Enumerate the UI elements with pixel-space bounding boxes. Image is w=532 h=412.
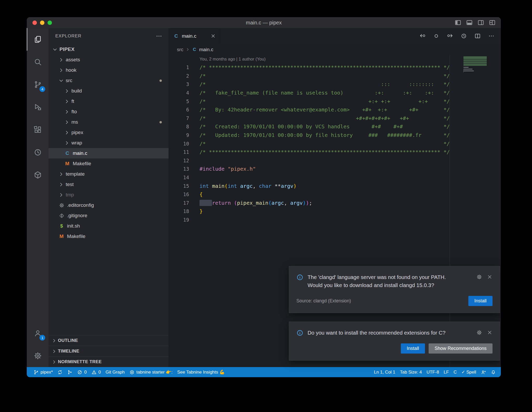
code-line[interactable]: 6/* By: 42header-remover <whatever@examp… [169,105,501,114]
tree-item-label: src [66,78,72,83]
tree-item-fto[interactable]: fto [49,107,169,117]
status-item-feedback[interactable] [478,367,488,377]
toggle-secondary-sidebar-icon[interactable] [477,19,484,26]
code-line[interactable]: 9/* Updated: 1970/01/01 00:00:00 by file… [169,131,501,139]
breadcrumb-folder[interactable]: src [177,47,183,52]
tree-item-src[interactable]: src [49,75,169,86]
zoom-window-button[interactable] [48,21,52,25]
code-line[interactable]: 3/* ::: :::::::: */ [169,80,501,89]
close-window-button[interactable] [32,21,37,25]
tree-item-build[interactable]: build [49,86,169,96]
minimize-window-button[interactable] [40,21,44,25]
notification-close-icon[interactable] [487,330,493,335]
activity-bar-search[interactable] [27,51,49,73]
tree-item-tmp[interactable]: tmp [49,190,169,200]
minimap[interactable] [463,56,497,73]
code-line[interactable]: 10/* */ [169,139,501,148]
next-change-icon[interactable] [447,33,453,39]
show-recommendations-button[interactable]: Show Recommendations [429,343,493,354]
activity-bar-source-control[interactable]: 4 [27,73,49,96]
status-item-eol[interactable]: LF [441,367,451,377]
code-line[interactable]: 12 [169,156,501,165]
tab-close-icon[interactable] [210,33,216,39]
tree-item-init.sh[interactable]: $init.sh [49,221,169,231]
status-item-errors[interactable]: 0 [75,367,89,377]
tree-item-wrap[interactable]: wrap [49,138,169,148]
activity-bar-package[interactable] [27,164,49,186]
explorer-more-actions-icon[interactable] [156,33,162,39]
open-change-icon[interactable] [433,33,440,39]
notification-message: Do you want to install the recommended e… [308,329,472,337]
sidebar-section-norminette-tree[interactable]: NORMINETTE TREE [49,356,169,367]
tree-item-makefile[interactable]: MMakefile [49,231,169,242]
customize-layout-icon[interactable] [489,19,496,26]
status-item-git-graph[interactable]: Git Graph [103,367,127,377]
notification-gear-icon[interactable] [476,330,482,335]
activity-bar-run-debug[interactable] [27,96,49,118]
code-line[interactable]: 19 [169,216,501,224]
activity-bar-accounts[interactable]: 1 [27,322,49,344]
code-line[interactable]: 4/* fake_file_name (file name is useless… [169,89,501,97]
code-line[interactable]: 5/* +:+ +:+ +:+ */ [169,97,501,105]
activity-bar-explorer[interactable] [27,28,49,51]
line-number: 2 [169,73,189,79]
tree-item-hook[interactable]: hook [49,65,169,75]
status-item-warnings[interactable]: 0 [89,367,103,377]
tab-main-c[interactable]: C main.c [169,28,220,44]
scm-badge: 4 [39,86,45,92]
notification-close-icon[interactable] [487,274,493,280]
gitlens-blame-annotation[interactable]: You, 2 months ago | 1 author (You) [200,55,501,63]
status-item-indentation[interactable]: Tab Size: 4 [398,367,424,377]
c-file-icon: C [192,47,197,52]
c-file-icon: C [173,33,179,39]
code-line[interactable]: 2/* */ [169,72,501,80]
activity-bar-history[interactable] [27,141,49,164]
tree-item-template[interactable]: template [49,169,169,179]
status-item-notifications-bell[interactable] [488,367,498,377]
timeline-history-icon[interactable] [461,33,467,39]
tree-item-ft[interactable]: ft [49,96,169,107]
sidebar-section-outline[interactable]: OUTLINE [49,335,169,346]
status-item-git-branch[interactable]: pipex* [29,367,55,377]
install-button[interactable]: Install [468,296,493,306]
code-line[interactable]: 11/* ***********************************… [169,148,501,156]
status-item-sync[interactable] [55,367,65,377]
status-item-encoding[interactable]: UTF-8 [424,367,441,377]
code-line[interactable]: 8/* Created: 1970/01/01 00:00:00 by VCS … [169,122,501,131]
activity-bar-extensions[interactable] [27,118,49,141]
toggle-panel-icon[interactable] [466,19,473,26]
tree-item-.gitignore[interactable]: .gitignore [49,210,169,221]
breadcrumb-file[interactable]: main.c [199,47,214,52]
status-item-language-mode[interactable]: C [451,367,459,377]
previous-change-icon[interactable] [419,33,426,39]
status-item-tabnine[interactable]: tabnine starter 👉: [127,367,175,377]
install-button[interactable]: Install [401,343,425,354]
layout-controls [455,19,501,26]
split-editor-icon[interactable] [474,33,481,39]
tree-item-makefile[interactable]: MMakefile [49,158,169,169]
status-item-spell-checker[interactable]: ✓ Spell [459,367,478,377]
code-line[interactable]: 18} [169,207,501,216]
tree-item-test[interactable]: test [49,179,169,190]
code-line[interactable]: 15int main(int argc, char **argv) [169,182,501,190]
status-item-cursor-position[interactable]: Ln 1, Col 1 [372,367,398,377]
more-actions-icon[interactable] [488,33,495,39]
code-line[interactable]: 1/* ************************************… [169,63,501,72]
tree-item-ms[interactable]: ms [49,117,169,127]
code-line[interactable]: 16{ [169,190,501,199]
status-item-git-graph-view[interactable] [65,367,75,377]
toggle-primary-sidebar-icon[interactable] [455,19,461,26]
code-line[interactable]: 17 return (pipex_main(argc, argv)); [169,199,501,207]
code-line[interactable]: 7/* +#+#+#+#+#+ +#+ */ [169,114,501,123]
code-line[interactable]: 14 [169,173,501,182]
tree-item-main.c[interactable]: Cmain.c [49,148,169,158]
tree-item-pipex[interactable]: pipex [49,127,169,138]
notification-gear-icon[interactable] [476,274,482,280]
tree-item-pipex[interactable]: PIPEX [49,44,169,55]
sidebar-section-timeline[interactable]: TIMELINE [49,346,169,356]
tree-item-.editorconfig[interactable]: .editorconfig [49,200,169,210]
code-line[interactable]: 13#include "pipex.h" [169,165,501,173]
activity-bar-settings[interactable] [27,344,49,367]
tree-item-assets[interactable]: assets [49,55,169,65]
status-item-tabnine-insights[interactable]: See Tabnine Insights 💪 [175,367,227,377]
